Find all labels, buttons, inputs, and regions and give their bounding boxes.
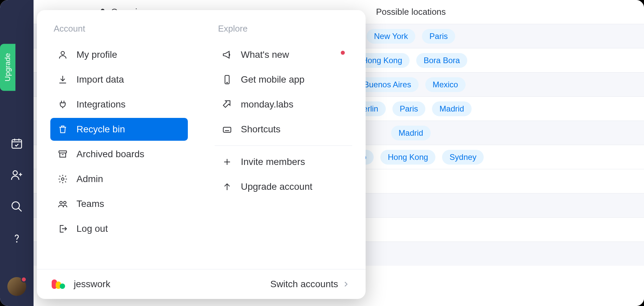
menu-import-data[interactable]: Import data <box>50 68 188 91</box>
menu-recycle-bin[interactable]: Recycle bin <box>50 118 188 141</box>
svg-point-8 <box>60 202 62 204</box>
upgrade-tab[interactable]: Upgrade <box>0 44 15 91</box>
teams-icon <box>58 199 68 209</box>
menu-whats-new[interactable]: What's new <box>215 43 352 66</box>
account-column: Account My profile Import data Integrati… <box>37 24 201 269</box>
trash-icon <box>58 124 68 134</box>
plug-icon <box>58 99 68 110</box>
svg-point-9 <box>64 202 66 204</box>
menu-invite-members[interactable]: Invite members <box>215 150 352 173</box>
svg-point-5 <box>61 51 64 55</box>
menu-log-out[interactable]: Log out <box>50 217 188 240</box>
help-icon[interactable] <box>0 222 34 254</box>
invite-members-icon[interactable] <box>0 159 34 191</box>
menu-admin[interactable]: Admin <box>50 168 188 190</box>
plus-icon <box>222 157 232 167</box>
location-tag[interactable]: Paris <box>392 101 426 116</box>
person-icon <box>58 50 68 60</box>
location-tag[interactable]: Hong Kong <box>380 150 435 165</box>
svg-point-3 <box>16 242 17 242</box>
keyboard-icon <box>222 124 232 134</box>
menu-teams[interactable]: Teams <box>50 192 188 215</box>
my-work-icon[interactable] <box>0 128 34 159</box>
location-tag[interactable]: Madrid <box>432 101 471 116</box>
left-nav-rail: Upgrade <box>0 0 34 306</box>
location-tag[interactable]: Sydney <box>442 150 484 165</box>
notification-dot-icon <box>341 51 345 55</box>
switch-accounts-button[interactable]: Switch accounts <box>270 279 350 290</box>
location-tag[interactable]: Mexico <box>425 77 466 92</box>
location-tag[interactable]: Madrid <box>391 126 430 140</box>
explore-heading: Explore <box>218 24 352 34</box>
location-tag[interactable]: New York <box>367 29 415 44</box>
download-icon <box>58 75 68 85</box>
svg-rect-0 <box>12 140 22 148</box>
archive-icon <box>58 149 68 159</box>
menu-my-profile[interactable]: My profile <box>50 43 188 66</box>
menu-monday-labs[interactable]: monday.labs <box>215 93 352 116</box>
monday-logo-icon <box>53 279 65 289</box>
svg-point-1 <box>13 171 17 175</box>
profile-avatar[interactable] <box>7 277 26 296</box>
mobile-icon <box>222 75 232 85</box>
chevron-right-icon <box>342 280 350 288</box>
account-menu-flyout: Account My profile Import data Integrati… <box>37 10 366 299</box>
menu-archived-boards[interactable]: Archived boards <box>50 143 188 166</box>
labs-icon <box>222 99 232 110</box>
gear-icon <box>58 174 68 184</box>
flyout-footer: jesswork Switch accounts <box>37 269 366 299</box>
logout-icon <box>58 224 68 234</box>
megaphone-icon <box>222 50 232 60</box>
menu-shortcuts[interactable]: Shortcuts <box>215 118 352 141</box>
notification-dot-icon <box>21 276 27 282</box>
location-tag[interactable]: Buenos Aires <box>356 77 418 92</box>
svg-rect-6 <box>59 151 67 153</box>
svg-rect-12 <box>223 127 231 132</box>
menu-upgrade-account[interactable]: Upgrade account <box>215 175 352 198</box>
account-heading: Account <box>54 24 188 34</box>
explore-column: Explore What's new Get mobile app monday… <box>201 24 366 269</box>
menu-get-mobile-app[interactable]: Get mobile app <box>215 68 352 91</box>
svg-point-7 <box>61 178 64 180</box>
arrow-up-icon <box>222 182 232 192</box>
menu-integrations[interactable]: Integrations <box>50 93 188 116</box>
workspace-name: jesswork <box>74 279 110 290</box>
location-tag[interactable]: Bora Bora <box>416 53 467 68</box>
location-tag[interactable]: Paris <box>422 29 455 44</box>
search-icon[interactable] <box>0 191 34 222</box>
svg-point-2 <box>12 202 19 209</box>
svg-point-11 <box>227 82 227 83</box>
